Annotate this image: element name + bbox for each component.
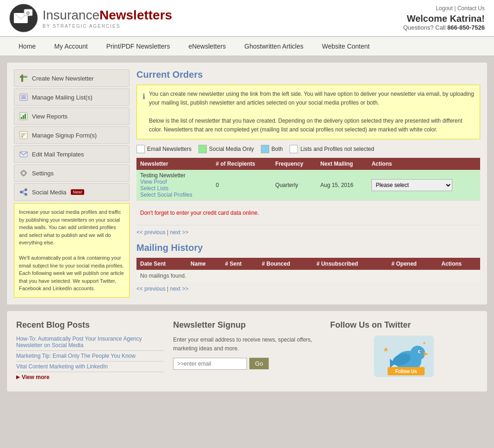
legend-not-selected: Lists and Profiles not selected: [290, 145, 374, 153]
logo-icon: @: [9, 4, 38, 32]
orders-pagination: << previous | next >>: [136, 229, 480, 236]
nav-link-website[interactable]: Website Content: [313, 37, 379, 56]
col-recipients: # of Recipients: [212, 158, 272, 170]
mailing-history-title: Mailing History: [136, 243, 480, 253]
col-hist-actions: Actions: [438, 258, 480, 270]
gear-icon: [19, 168, 28, 178]
col-next-mailing: Next Mailing: [316, 158, 368, 170]
social-icon: [19, 187, 28, 197]
blog-divider-1: [16, 350, 164, 351]
nav-link-home[interactable]: Home: [9, 37, 45, 56]
contact-us-link[interactable]: Contact Us: [457, 5, 485, 12]
logo-newsletters: Newsletters: [99, 8, 172, 22]
nav-item-enewsletters[interactable]: eNewsletters: [179, 37, 235, 56]
svg-rect-13: [23, 115, 24, 119]
blog-link-2[interactable]: Marketing Tip: Email Only The People You…: [16, 353, 164, 359]
col-opened: # Opened: [388, 258, 438, 270]
nav-link-enewsletters[interactable]: eNewsletters: [179, 37, 235, 56]
content-wrapper: Create New Newsletter Manage Mailing Lis…: [14, 69, 480, 298]
col-name: Name: [187, 258, 221, 270]
list-icon: [19, 93, 28, 102]
svg-text:★: ★: [383, 346, 389, 353]
col-date-sent: Date Sent: [136, 258, 187, 270]
sidebar-item-manage-signup[interactable]: Manage Signup Form(s): [14, 126, 130, 144]
blog-link-3[interactable]: Vital Content Marketing with LinkedIn: [16, 363, 164, 370]
logo-insurance: Insurance: [43, 8, 99, 22]
promo-text-1: Increase your social media profiles and …: [19, 208, 124, 247]
sidebar-item-view-reports[interactable]: View Reports: [14, 107, 130, 125]
credit-card-link[interactable]: Don't forget to enter your credit card d…: [140, 210, 476, 216]
legend-both: Both: [261, 145, 283, 153]
social-promo-box: Increase your social media profiles and …: [14, 203, 130, 298]
new-badge: New!: [71, 189, 84, 195]
col-frequency: Frequency: [272, 158, 316, 170]
sidebar-label-social: Social Media: [32, 189, 66, 196]
signup-go-button[interactable]: Go: [249, 358, 268, 369]
sidebar-label-reports: View Reports: [32, 113, 68, 120]
cell-newsletter: Testing Newsletter View Proof Select Lis…: [136, 170, 212, 201]
footer-twitter-section: Follow Us on Twitter: [330, 320, 478, 382]
history-next-link[interactable]: next >>: [170, 286, 189, 292]
chart-icon: [19, 112, 28, 121]
current-orders-section: Current Orders ℹ You can create new news…: [136, 69, 480, 236]
main-content: Current Orders ℹ You can create new news…: [136, 69, 480, 298]
promo-text-2: We'll automatically post a link containi…: [19, 254, 124, 292]
warning-text: Don't forget to enter your credit card d…: [140, 200, 476, 225]
legend-box-empty: [290, 145, 298, 153]
twitter-follow-image[interactable]: Follow Us ★ ✦: [374, 336, 434, 377]
sidebar-item-edit-mail[interactable]: Edit Mail Templates: [14, 145, 130, 163]
svg-text:@: @: [26, 11, 30, 15]
mail-icon: [19, 149, 28, 159]
legend-label-email: Email Newsletters: [147, 146, 191, 152]
footer-signup-section: Newsletter Signup Enter your email addre…: [173, 320, 321, 382]
form-icon: [19, 131, 28, 140]
nav-item-ghostwritten[interactable]: Ghostwritten Articles: [235, 37, 313, 56]
nav-link-myaccount[interactable]: My Account: [45, 37, 97, 56]
nav-item-website[interactable]: Website Content: [313, 37, 379, 56]
sidebar: Create New Newsletter Manage Mailing Lis…: [14, 69, 130, 298]
footer-grid: Recent Blog Posts How-To: Automatically …: [16, 320, 478, 382]
col-bounced: # Bounced: [258, 258, 313, 270]
signup-email-input[interactable]: [173, 358, 247, 370]
nav-item-myaccount[interactable]: My Account: [45, 37, 97, 56]
plus-icon: [19, 74, 28, 83]
nav-item-home[interactable]: Home: [9, 37, 45, 56]
mailing-history-table: Date Sent Name # Sent # Bounced # Unsubs…: [136, 258, 480, 282]
logout-link[interactable]: Logout: [436, 5, 453, 12]
footer-container: Recent Blog Posts How-To: Automatically …: [6, 311, 488, 392]
table-row: Testing Newsletter View Proof Select Lis…: [136, 170, 480, 201]
history-prev-link[interactable]: << previous: [136, 286, 166, 292]
view-proof-link[interactable]: View Proof: [140, 179, 208, 185]
orders-prev-link[interactable]: << previous: [136, 229, 166, 236]
nav-link-ghostwritten[interactable]: Ghostwritten Articles: [235, 37, 313, 56]
action-dropdown[interactable]: Please select View/Edit Delete: [371, 179, 452, 191]
orders-next-link[interactable]: next >>: [170, 229, 189, 236]
info-icon: ℹ: [142, 91, 145, 134]
nav-item-print[interactable]: Print/PDF Newsletters: [97, 37, 179, 56]
logo-text: InsuranceNewsletters: [43, 8, 172, 23]
sidebar-item-social-media[interactable]: Social Media New!: [14, 183, 130, 201]
svg-rect-14: [25, 114, 26, 119]
orders-table-head: Newsletter # of Recipients Frequency Nex…: [136, 158, 480, 170]
select-lists-link[interactable]: Select Lists: [140, 185, 208, 192]
nav-link-print[interactable]: Print/PDF Newsletters: [97, 37, 179, 56]
info-text-2: Below is the list of newsletter that you…: [149, 117, 474, 134]
legend-label-both: Both: [272, 146, 283, 152]
info-box: ℹ You can create new newsletter using th…: [136, 85, 480, 139]
logo-area: @ InsuranceNewsletters BY STRATEGIC AGEN…: [9, 4, 172, 32]
sidebar-label-signup: Manage Signup Form(s): [32, 132, 97, 139]
welcome-name: Welcome Katrina!: [407, 13, 485, 24]
svg-rect-12: [21, 117, 22, 119]
svg-point-22: [23, 172, 25, 174]
blog-link-1[interactable]: How-To: Automatically Post Your Insuranc…: [16, 336, 164, 348]
select-social-profiles-link[interactable]: Select Social Profiles: [140, 192, 208, 198]
info-text-1: You can create new newsletter using the …: [149, 90, 474, 107]
info-text: You can create new newsletter using the …: [149, 90, 474, 134]
orders-table: Newsletter # of Recipients Frequency Nex…: [136, 158, 480, 225]
view-more-link[interactable]: View more: [16, 374, 164, 380]
sidebar-item-create-newsletter[interactable]: Create New Newsletter: [14, 69, 130, 87]
sidebar-item-manage-mailing[interactable]: Manage Mailing List(s): [14, 88, 130, 106]
svg-point-30: [410, 346, 425, 361]
sidebar-item-settings[interactable]: Settings: [14, 164, 130, 182]
main-container: Create New Newsletter Manage Mailing Lis…: [6, 62, 488, 305]
